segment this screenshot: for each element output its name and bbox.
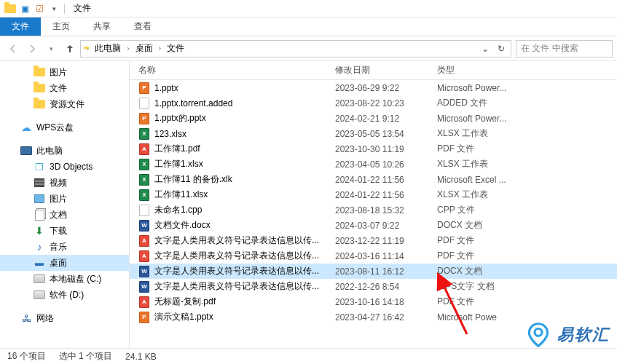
tree-item-thispc[interactable]: 此电脑 <box>0 143 129 159</box>
file-date: 2024-01-22 11:56 <box>326 175 428 185</box>
tree-item-desktop[interactable]: ▬桌面 <box>0 255 129 271</box>
breadcrumb[interactable]: 此电脑 <box>92 42 124 55</box>
watermark-logo-icon <box>525 322 551 348</box>
back-button[interactable] <box>4 40 22 58</box>
tab-home[interactable]: 主页 <box>41 17 82 36</box>
file-row[interactable]: A文字是人类用表义符号记录表达信息以传...2024-03-16 11:14PD… <box>130 248 617 264</box>
tree-item-documents[interactable]: 文档 <box>0 207 129 223</box>
file-row[interactable]: P1.pptx的.pptx2024-02-21 9:12Microsoft Po… <box>130 111 617 126</box>
file-type-icon: W <box>138 220 150 232</box>
tab-view[interactable]: 查看 <box>122 17 163 36</box>
tab-share[interactable]: 共享 <box>82 17 122 36</box>
file-row[interactable]: 1.pptx.torrent.added2023-08-22 10:23ADDE… <box>130 95 617 111</box>
qat-paste-icon[interactable]: ☑ <box>34 3 45 15</box>
forward-button[interactable] <box>23 40 41 58</box>
file-date: 2023-04-27 16:42 <box>326 312 428 323</box>
refresh-icon[interactable]: ↻ <box>495 44 508 54</box>
cube-icon: ❒ <box>34 161 45 173</box>
tree-item-disk-d[interactable]: 软件 (D:) <box>0 287 129 303</box>
col-header-name[interactable]: 名称 <box>130 64 326 76</box>
address-bar[interactable]: › 此电脑 › 桌面 › 文件 ⌄ ↻ <box>80 40 511 58</box>
qat-properties-icon[interactable]: ▣ <box>19 3 31 15</box>
file-type-icon: A <box>138 296 150 308</box>
status-total: 16 个项目 <box>7 350 46 363</box>
navbar: ▾ › 此电脑 › 桌面 › 文件 ⌄ ↻ 在 文件 中搜索 <box>0 36 617 61</box>
file-row[interactable]: W文字是人类用表义符号记录表达信息以传...2023-08-11 16:12DO… <box>130 264 617 279</box>
tree-item-videos[interactable]: 视频 <box>0 175 129 191</box>
breadcrumb[interactable]: 文件 <box>164 42 187 55</box>
file-type: Microsoft Power... <box>428 114 617 124</box>
file-type-icon: W <box>138 281 150 293</box>
file-row[interactable]: X工作簿11.xlsx2024-01-22 11:56XLSX 工作表 <box>130 187 617 202</box>
recent-dropdown-icon[interactable]: ▾ <box>42 40 60 58</box>
tree-item-files[interactable]: 文件 <box>0 80 129 96</box>
file-type: PDF 文件 <box>428 296 617 308</box>
svg-point-0 <box>535 328 542 336</box>
file-date: 2024-03-07 9:22 <box>326 221 428 231</box>
col-header-type[interactable]: 类型 <box>428 64 617 76</box>
search-input[interactable]: 在 文件 中搜索 <box>516 40 613 58</box>
file-date: 2023-12-22 11:19 <box>326 236 428 246</box>
chevron-right-icon[interactable]: › <box>87 44 89 52</box>
file-row[interactable]: A无标题-复制.pdf2023-10-16 14:18PDF 文件 <box>130 294 617 309</box>
file-name: 工作簿1.pdf <box>154 143 200 155</box>
tree-label: 3D Objects <box>50 162 93 172</box>
file-type-icon <box>138 98 150 109</box>
tree-item-pictures2[interactable]: 图片 <box>0 191 129 207</box>
file-name: 123.xlsx <box>154 129 186 139</box>
nav-tree: 图片 文件 资源文件 ☁WPS云盘 此电脑 ❒3D Objects 视频 图片 … <box>0 61 130 348</box>
watermark: 易软汇 <box>525 322 610 348</box>
tree-label: 网络 <box>36 312 54 325</box>
qat-dropdown-icon[interactable]: ▾ <box>48 3 60 15</box>
tree-label: 资源文件 <box>50 98 85 111</box>
file-row[interactable]: P1.pptx2023-06-29 9:22Microsoft Power... <box>130 80 617 95</box>
address-dropdown-icon[interactable]: ⌄ <box>479 44 492 54</box>
file-row[interactable]: W文档文件.docx2024-03-07 9:22DOCX 文档 <box>130 218 617 233</box>
file-type-icon: A <box>138 235 150 247</box>
file-row[interactable]: X123.xlsx2023-05-05 13:54XLSX 工作表 <box>130 126 617 141</box>
breadcrumb[interactable]: 桌面 <box>133 42 156 55</box>
tree-item-downloads[interactable]: ⬇下载 <box>0 223 129 239</box>
tree-label: 本地磁盘 (C:) <box>50 273 101 285</box>
file-list[interactable]: P1.pptx2023-06-29 9:22Microsoft Power...… <box>130 80 617 348</box>
tab-file[interactable]: 文件 <box>0 17 41 36</box>
file-type: Microsoft Power... <box>428 83 617 93</box>
file-type: PDF 文件 <box>428 250 617 262</box>
ribbon-tabs: 文件 主页 共享 查看 <box>0 17 617 36</box>
file-type: XLSX 工作表 <box>428 189 617 201</box>
folder-icon <box>34 66 45 78</box>
window-title: 文件 <box>74 2 91 15</box>
file-date: 2024-01-22 11:56 <box>326 190 428 200</box>
tree-item-network[interactable]: 🖧网络 <box>0 310 129 326</box>
file-row[interactable]: X工作簿1.xlsx2023-04-05 10:26XLSX 工作表 <box>130 157 617 172</box>
tree-label: 文件 <box>50 82 67 95</box>
tree-item-wps-cloud[interactable]: ☁WPS云盘 <box>0 119 129 135</box>
chevron-right-icon[interactable]: › <box>127 44 129 52</box>
file-type: DOCX 文档 <box>428 219 617 232</box>
file-row[interactable]: A文字是人类用表义符号记录表达信息以传...2023-12-22 11:19PD… <box>130 233 617 248</box>
file-row[interactable]: W文字是人类用表义符号记录表达信息以传...2022-12-26 8:54WPS… <box>130 279 617 294</box>
chevron-right-icon[interactable]: › <box>159 44 161 52</box>
file-row[interactable]: A工作簿1.pdf2023-10-30 11:19PDF 文件 <box>130 141 617 157</box>
file-date: 2023-10-30 11:19 <box>326 144 428 154</box>
file-type-icon: P <box>138 312 150 323</box>
tree-label: 此电脑 <box>36 145 63 157</box>
column-headers: 名称 修改日期 类型 <box>130 61 617 80</box>
col-header-date[interactable]: 修改日期 <box>326 64 428 76</box>
file-row[interactable]: 未命名1.cpp2023-08-18 15:32CPP 文件 <box>130 202 617 218</box>
tree-item-pictures[interactable]: 图片 <box>0 64 129 80</box>
documents-icon <box>34 209 45 221</box>
file-date: 2023-05-05 13:54 <box>326 129 428 139</box>
tree-item-3dobjects[interactable]: ❒3D Objects <box>0 159 129 175</box>
up-button[interactable] <box>61 40 79 58</box>
watermark-text: 易软汇 <box>557 324 610 346</box>
disk-icon <box>34 273 45 285</box>
file-type-icon: X <box>138 159 150 170</box>
file-name: 工作簿11 的备份.xlk <box>154 173 232 186</box>
file-type: Microsoft Excel ... <box>428 175 617 185</box>
tree-item-disk-c[interactable]: 本地磁盘 (C:) <box>0 271 129 287</box>
file-name: 工作簿11.xlsx <box>154 189 208 201</box>
tree-item-music[interactable]: ♪音乐 <box>0 239 129 255</box>
file-row[interactable]: X工作簿11 的备份.xlk2024-01-22 11:56Microsoft … <box>130 172 617 187</box>
tree-item-resources[interactable]: 资源文件 <box>0 96 129 112</box>
